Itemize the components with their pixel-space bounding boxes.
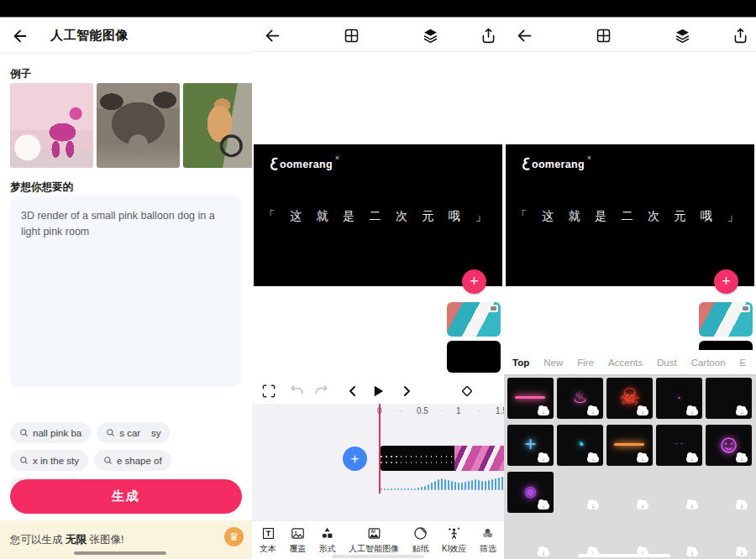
next-frame-icon[interactable] xyxy=(398,383,415,400)
download-cloud-icon[interactable]: ↓ xyxy=(538,409,549,415)
effect-tile-pink-streak[interactable]: ↓ xyxy=(507,378,554,419)
example-image-pig-portrait[interactable] xyxy=(97,83,180,168)
export-share-icon[interactable] xyxy=(480,27,497,44)
tool-ki-effects[interactable]: KI效应 xyxy=(442,525,466,555)
download-cloud-icon[interactable]: ↓ xyxy=(686,550,698,556)
prompt-input[interactable]: 3D render of a small pink balloon dog in… xyxy=(10,196,242,387)
download-cloud-icon[interactable]: ↓ xyxy=(538,550,549,556)
tab-accents[interactable]: Accents xyxy=(608,358,643,368)
tool-shapes[interactable]: 形式 xyxy=(319,525,336,555)
tool-text[interactable]: 文本 xyxy=(260,525,276,555)
prompt-label: 梦想你想要的 xyxy=(10,180,73,195)
canvas-grid-icon[interactable] xyxy=(343,27,360,44)
suggestion-chip[interactable]: nall pink ba xyxy=(10,422,91,443)
screenshot-composite: 人工智能图像 例子 梦想你想要的 3D render of a small pi… xyxy=(0,0,756,559)
playhead[interactable] xyxy=(379,404,381,494)
watermark-close-icon[interactable]: × xyxy=(335,154,339,162)
effect-tile-undownloaded[interactable]: ↓ xyxy=(706,472,752,513)
effect-tile-undownloaded[interactable]: ↓ xyxy=(606,472,653,513)
canvas-grid-icon[interactable] xyxy=(595,27,612,44)
download-cloud-icon[interactable]: ↓ xyxy=(686,409,698,415)
download-cloud-icon[interactable]: ↓ xyxy=(736,456,748,462)
back-icon[interactable] xyxy=(264,27,281,44)
tool-sticker[interactable]: 贴纸 xyxy=(412,525,429,555)
header: 人工智能图像 xyxy=(0,18,252,54)
download-cloud-icon[interactable]: ↓ xyxy=(637,503,648,509)
download-cloud-icon[interactable]: ↓ xyxy=(736,550,748,556)
effect-tile-undownloaded[interactable]: ↓ xyxy=(507,519,554,559)
download-cloud-icon[interactable]: ↓ xyxy=(538,456,549,462)
effect-tile-dark-effect[interactable]: ↓ xyxy=(706,378,752,419)
effect-tile-undownloaded[interactable]: ↓ xyxy=(606,519,653,559)
effect-tile-neon-clock[interactable]: ◔↓ xyxy=(557,425,603,466)
download-cloud-icon[interactable]: ↓ xyxy=(538,503,549,509)
download-cloud-icon[interactable]: ↓ xyxy=(637,456,648,462)
suggestion-chip[interactable]: s car sy xyxy=(97,422,170,443)
keyframe-diamond-icon[interactable] xyxy=(459,383,475,400)
tool-overlay[interactable]: 覆盖 xyxy=(289,525,306,555)
effect-tile-purple-burst[interactable]: ◉↓ xyxy=(507,472,554,513)
effect-tile-undownloaded[interactable]: ↓ xyxy=(557,472,603,513)
watermark-close-icon[interactable]: × xyxy=(587,154,591,162)
add-clip-button[interactable]: + xyxy=(714,269,738,294)
download-cloud-icon[interactable]: ↓ xyxy=(686,503,698,509)
effect-tile-undownloaded[interactable]: ↓ xyxy=(557,519,603,559)
download-cloud-icon[interactable]: ↓ xyxy=(587,409,599,415)
play-button[interactable] xyxy=(370,383,386,400)
fullscreen-icon[interactable] xyxy=(260,383,277,400)
watermark-text: oomerang xyxy=(532,159,585,170)
tab-e[interactable]: E xyxy=(740,358,747,368)
suggestion-chip[interactable]: x in the sty xyxy=(10,450,88,471)
video-preview[interactable]: oomerang × 「 这 就 是 二 次 元 哦 」 xyxy=(254,144,502,286)
example-image-dog-on-wheel[interactable] xyxy=(183,83,252,168)
video-clip-track[interactable] xyxy=(381,446,504,471)
redo-icon[interactable] xyxy=(312,383,329,400)
premium-crown-icon[interactable]: ♛ xyxy=(224,527,244,546)
example-image-pink-balloon-dog[interactable] xyxy=(10,83,93,168)
effect-tile-neon-skull[interactable]: ☠↓ xyxy=(606,378,653,419)
download-cloud-icon[interactable]: ↓ xyxy=(736,409,748,415)
effect-tile-undownloaded[interactable]: ↓ xyxy=(656,472,702,513)
download-cloud-icon[interactable]: ↓ xyxy=(736,503,748,509)
effect-tile-blue-sparks[interactable]: · ·↓ xyxy=(656,425,702,466)
layers-icon[interactable] xyxy=(674,27,691,44)
overlay-thumbnail-black[interactable] xyxy=(447,341,501,373)
layers-icon[interactable] xyxy=(422,27,439,44)
undo-icon[interactable] xyxy=(289,383,306,400)
effect-tile-orange-streak[interactable]: ↓ xyxy=(606,425,653,466)
download-cloud-icon[interactable]: ↓ xyxy=(587,503,599,509)
generate-button[interactable]: 生成 xyxy=(10,479,242,514)
video-preview[interactable]: oomerang × 「 这 就 是 二 次 元 哦 」 xyxy=(506,144,754,286)
add-media-button[interactable]: + xyxy=(343,447,367,471)
effect-tile-neon-smiley[interactable]: ☺↓ xyxy=(706,425,752,466)
overlay-thumbnail-image[interactable] xyxy=(447,302,501,337)
ruler-tick: 0.5 xyxy=(417,406,456,415)
tool-ai-image[interactable]: AI 人工智能图像 xyxy=(349,525,399,555)
add-clip-button[interactable]: + xyxy=(462,269,486,294)
suggestion-chip[interactable]: e shape of xyxy=(94,450,171,471)
audio-waveform[interactable] xyxy=(381,474,504,490)
tool-label: 文本 xyxy=(260,543,276,555)
tab-top[interactable]: Top xyxy=(512,358,529,368)
download-cloud-icon[interactable]: ↓ xyxy=(686,456,698,462)
export-share-icon[interactable] xyxy=(732,27,749,44)
tool-filter[interactable]: 筛选 xyxy=(480,525,496,555)
effect-tile-neon-teapot[interactable]: ♨↓ xyxy=(557,378,603,419)
neon-glyph-graphic: ◉ xyxy=(524,483,537,498)
back-icon[interactable] xyxy=(516,27,533,44)
previous-frame-icon[interactable] xyxy=(344,383,361,400)
overlay-thumbnail-image[interactable] xyxy=(699,302,753,337)
tab-fire[interactable]: Fire xyxy=(577,358,594,368)
download-cloud-icon[interactable]: ↓ xyxy=(637,409,648,415)
effect-tile-undownloaded[interactable]: ↓ xyxy=(706,519,752,559)
back-icon[interactable] xyxy=(11,27,29,45)
tab-cartoon[interactable]: Cartoon xyxy=(691,358,726,368)
chip-label: e shape of xyxy=(117,456,162,466)
effect-tile-blue-cross[interactable]: +↓ xyxy=(507,425,554,466)
download-cloud-icon[interactable]: ↓ xyxy=(587,456,599,462)
tab-dust[interactable]: Dust xyxy=(657,358,677,368)
effect-tile-purple-spark[interactable]: •↓ xyxy=(656,378,702,419)
timeline[interactable]: 00.511.5 + xyxy=(252,404,504,520)
tab-new[interactable]: New xyxy=(543,358,563,368)
effect-tile-undownloaded[interactable]: ↓ xyxy=(656,519,702,559)
